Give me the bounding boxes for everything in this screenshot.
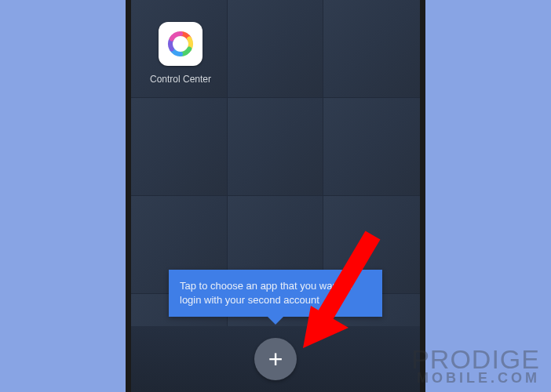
app-label: Control Center <box>150 74 211 85</box>
phone-screen: Control Center Tap to choose an app that… <box>131 0 420 392</box>
tooltip: Tap to choose an app that you want to lo… <box>169 270 382 317</box>
grid-cell <box>228 98 324 196</box>
add-app-button[interactable]: + <box>254 338 297 380</box>
grid-cell <box>323 98 420 196</box>
app-item-control-center[interactable]: Control Center <box>145 22 216 85</box>
color-circle-icon <box>159 22 203 66</box>
watermark-line2: MOBILE.COM <box>411 372 540 384</box>
bottom-bar: + <box>131 326 420 392</box>
grid-cell <box>131 98 228 196</box>
plus-icon: + <box>268 347 283 372</box>
watermark: PRODIGE MOBILE.COM <box>411 347 540 384</box>
watermark-line1: PRODIGE <box>411 347 540 372</box>
tooltip-text: Tap to choose an app that you want to lo… <box>180 280 352 306</box>
grid-cell <box>228 0 324 98</box>
phone-frame: Control Center Tap to choose an app that… <box>126 0 425 392</box>
grid-cell <box>323 0 420 98</box>
